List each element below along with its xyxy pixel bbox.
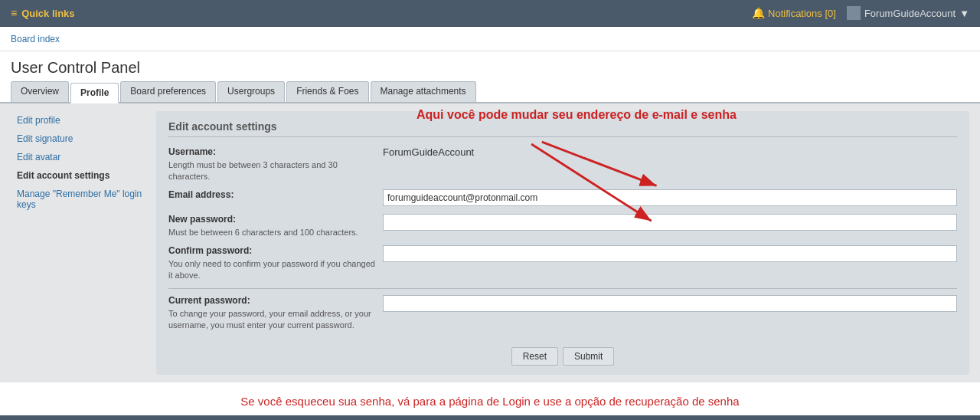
confirm-password-desc: You only need to confirm your password i… [168,259,375,280]
tab-board-preferences[interactable]: Board preferences [120,81,216,102]
current-password-row: Current password: To change your passwor… [168,295,957,330]
quicklinks-menu[interactable]: ≡ Quick links [11,7,75,19]
section-title: Edit account settings [168,120,957,137]
username-value: ForumGuideAccount [383,144,474,160]
confirm-password-label-col: Confirm password: You only need to confi… [168,245,383,281]
username-desc: Length must be between 3 characters and … [168,160,338,181]
notifications-link[interactable]: 🔔 Notifications [0] [752,7,836,19]
sidebar-item-edit-account-settings[interactable]: Edit account settings [11,166,149,185]
main-panel: Edit profile Edit signature Edit avatar … [0,103,980,382]
dropdown-arrow-icon: ▼ [959,8,969,19]
bottom-annotation: Se você esqueceu sua senha, vá para a pá… [0,382,980,415]
breadcrumb-board-index[interactable]: Board index [11,34,60,44]
tab-manage-attachments[interactable]: Manage attachments [371,81,476,102]
tab-friends-foes[interactable]: Friends & Foes [286,81,368,102]
tab-overview[interactable]: Overview [11,81,69,102]
page-title-area: User Control Panel [0,51,980,81]
breadcrumb-bar: Board index [0,27,980,51]
sidebar-item-edit-signature[interactable]: Edit signature [11,130,149,148]
form-panel: Edit account settings Username: Length m… [156,111,969,375]
current-password-label-col: Current password: To change your passwor… [168,295,383,330]
sidebar-item-edit-avatar[interactable]: Edit avatar [11,148,149,166]
current-password-label: Current password: [168,295,375,306]
username-label-col: Username: Length must be between 3 chara… [168,146,383,182]
new-password-row: New password: Must be between 6 characte… [168,214,957,238]
current-password-desc: To change your password, your email addr… [168,309,371,330]
content-wrap: Board index User Control Panel Overview … [0,27,980,415]
notifications-label: Notifications [0] [768,8,836,19]
bottom-annotation-text: Se você esqueceu sua senha, vá para a pá… [240,395,739,408]
confirm-password-input[interactable] [383,245,957,262]
submit-button[interactable]: Submit [563,347,614,366]
reset-button[interactable]: Reset [511,347,558,366]
sidebar-item-edit-profile[interactable]: Edit profile [11,111,149,130]
current-password-section: Current password: To change your passwor… [168,288,957,330]
email-row: Email address: [168,189,957,206]
new-password-label: New password: [168,214,375,225]
username-label: Username: [168,146,375,157]
current-password-input-col [383,295,957,312]
tab-profile[interactable]: Profile [70,83,119,103]
username-value-col: ForumGuideAccount [383,146,957,158]
current-password-input[interactable] [383,295,957,312]
new-password-input[interactable] [383,214,957,231]
email-input-col [383,189,957,206]
email-input[interactable] [383,189,957,206]
email-label: Email address: [168,189,375,200]
tab-usergroups[interactable]: Usergroups [217,81,285,102]
confirm-password-label: Confirm password: [168,245,375,256]
sidebar-item-manage-remember-me[interactable]: Manage "Remember Me" login keys [11,185,149,214]
username-row: Username: Length must be between 3 chara… [168,146,957,182]
top-navbar: ≡ Quick links 🔔 Notifications [0] ForumG… [0,0,980,27]
email-label-col: Email address: [168,189,383,202]
footer-bar: 🏠 Board index 🛡 The team 👥 Members 🔒 Del… [0,415,980,420]
user-avatar-icon [847,6,861,20]
new-password-label-col: New password: Must be between 6 characte… [168,214,383,238]
button-row: Reset Submit [168,341,957,366]
confirm-password-row: Confirm password: You only need to confi… [168,245,957,281]
page-title: User Control Panel [11,59,969,77]
sidebar: Edit profile Edit signature Edit avatar … [11,111,156,375]
user-account-menu[interactable]: ForumGuideAccount ▼ [847,6,969,20]
new-password-input-col [383,214,957,231]
top-bar-right: 🔔 Notifications [0] ForumGuideAccount ▼ [752,6,969,20]
bell-icon: 🔔 [752,7,765,19]
confirm-password-input-col [383,245,957,262]
hamburger-icon: ≡ [11,7,17,19]
new-password-desc: Must be between 6 characters and 100 cha… [168,228,358,237]
user-account-label: ForumGuideAccount [864,8,956,19]
tabs-bar: Overview Profile Board preferences Userg… [0,81,980,103]
quicklinks-label: Quick links [21,8,74,19]
